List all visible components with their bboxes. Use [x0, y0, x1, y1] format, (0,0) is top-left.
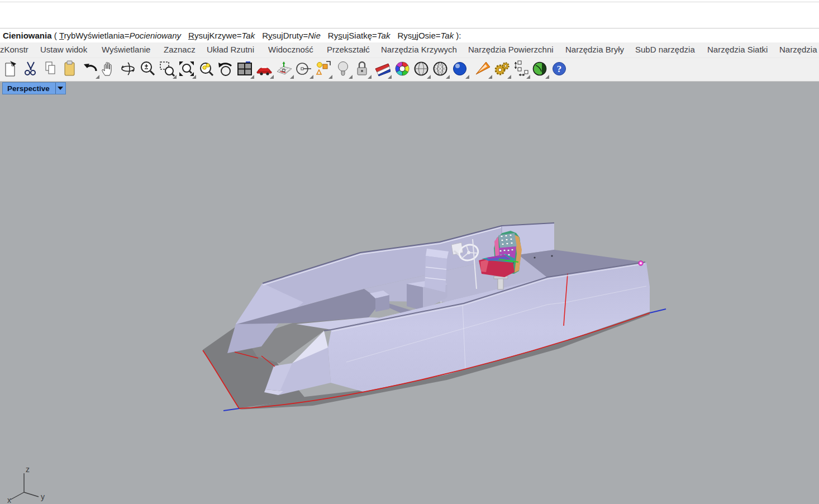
cplane-grid-icon[interactable]	[276, 60, 293, 77]
command-option[interactable]: RysujKrzywe=Tak	[188, 31, 255, 40]
control-point[interactable]	[639, 261, 643, 265]
shaded-sphere-icon[interactable]	[413, 60, 430, 77]
command-prompt-line[interactable]: Cieniowania ( TrybWyświetlania=Pocieniow…	[3, 28, 461, 42]
chevron-down-icon	[58, 87, 63, 90]
menu-item-narzedzia[interactable]: Narzędzia	[779, 45, 817, 54]
menu-item-ustaw-widok[interactable]: Ustaw widok	[40, 45, 87, 54]
layer-wedge-icon[interactable]	[374, 60, 391, 77]
flyout-indicator	[526, 75, 530, 79]
flyout-indicator	[192, 75, 196, 79]
zoom-extents-icon[interactable]	[178, 60, 195, 77]
globe-icon[interactable]	[531, 60, 548, 77]
viewport-canvas[interactable]: x y z	[0, 82, 819, 504]
command-option[interactable]: RysujSiatkę=Tak	[328, 31, 391, 40]
boat-hull-model[interactable]	[203, 223, 666, 411]
new-file-icon[interactable]	[2, 60, 19, 77]
menu-item-widocznosc[interactable]: Widoczność	[268, 45, 313, 54]
zoom-selected-icon[interactable]	[198, 60, 215, 77]
menu-item-narzedzia-powierzchni[interactable]: Narzędzia Powierzchni	[468, 45, 554, 54]
paste-icon[interactable]	[61, 60, 78, 77]
axis-label-z: z	[26, 465, 30, 474]
command-option[interactable]: RysujDruty=Nie	[262, 31, 321, 40]
undo-view-icon[interactable]	[217, 60, 234, 77]
viewport-tab-dropdown[interactable]	[56, 87, 65, 90]
lamp-icon[interactable]	[335, 60, 351, 77]
perspective-viewport[interactable]: x y z Perspective	[0, 82, 819, 504]
menu-item-narzedzia-bryly[interactable]: Narzędzia Bryły	[565, 45, 624, 54]
helm-console[interactable]	[425, 249, 449, 292]
flyout-indicator	[173, 75, 177, 79]
dimensions-icon[interactable]	[512, 60, 529, 77]
command-option[interactable]: RysujOsie=Tak	[397, 31, 454, 40]
flyout-indicator	[446, 75, 450, 79]
viewport-tab-label: Perspective	[3, 84, 55, 93]
menu-item-narzedzia-krzywych[interactable]: Narzędzia Krzywych	[381, 45, 457, 54]
flyout-indicator	[507, 75, 511, 79]
color-wheel-icon[interactable]	[394, 60, 411, 77]
axis-label-x: x	[7, 496, 11, 504]
undo-icon[interactable]	[82, 60, 98, 77]
world-axes-indicator: x y z	[7, 465, 45, 504]
flyout-indicator	[545, 75, 549, 79]
menu-item-przeksztalc[interactable]: Przekształć	[327, 45, 370, 54]
render-sphere-icon[interactable]	[451, 60, 468, 77]
selection-filter-icon[interactable]	[315, 60, 331, 77]
pan-hand-icon[interactable]	[99, 60, 116, 77]
top-divider	[0, 2, 819, 2]
flyout-indicator	[368, 75, 372, 79]
gears-icon[interactable]	[493, 60, 510, 77]
rhino-app-window: Cieniowania ( TrybWyświetlania=Pocieniow…	[0, 0, 819, 504]
zoom-dynamic-icon[interactable]	[139, 60, 156, 77]
menu-item-wyswietlanie[interactable]: Wyświetlanie	[102, 45, 150, 54]
flyout-indicator	[309, 75, 313, 79]
flyout-indicator	[427, 75, 431, 79]
menu-bar: zKonstr Ustaw widok Wyświetlanie Zaznacz…	[0, 42, 819, 58]
axis-label-y: y	[41, 492, 45, 501]
flyout-indicator	[250, 75, 254, 79]
flyout-indicator	[96, 75, 99, 79]
main-toolbar: ?	[0, 58, 819, 82]
rotate-view-icon[interactable]	[120, 60, 136, 77]
lock-icon[interactable]	[354, 60, 370, 77]
menu-item-uklad-rzutni[interactable]: Układ Rzutni	[207, 45, 254, 54]
flyout-indicator	[488, 75, 492, 79]
help-icon[interactable]: ?	[551, 60, 568, 77]
command-name: Cieniowania	[3, 31, 52, 40]
cut-icon[interactable]	[22, 60, 39, 77]
copy-icon[interactable]	[42, 60, 59, 77]
flyout-indicator	[349, 75, 353, 79]
zoom-window-icon[interactable]	[159, 60, 175, 77]
menu-item-zkonstr[interactable]: zKonstr	[0, 45, 28, 54]
menu-item-zaznacz[interactable]: Zaznacz	[164, 45, 196, 54]
viewport-tab-perspective[interactable]: Perspective	[2, 82, 66, 94]
mesh-sphere-icon[interactable]	[432, 60, 449, 77]
flyout-indicator	[290, 75, 294, 79]
menu-item-narzedzia-siatki[interactable]: Narzędzia Siatki	[707, 45, 768, 54]
menu-item-subd-narzedzia[interactable]: SubD narzędzia	[635, 45, 695, 54]
spotlight-cone-icon[interactable]	[474, 60, 491, 77]
car-icon[interactable]	[256, 60, 273, 77]
command-option[interactable]: TrybWyświetlania=Pocieniowany	[59, 31, 181, 40]
command-history-area[interactable]: Cieniowania ( TrybWyświetlania=Pocieniow…	[0, 0, 819, 42]
cplane-origin-icon[interactable]	[296, 60, 312, 77]
four-viewports-icon[interactable]	[236, 60, 253, 77]
flyout-indicator	[328, 75, 332, 79]
flyout-indicator	[388, 75, 392, 79]
svg-text:?: ?	[557, 64, 562, 74]
flyout-indicator	[465, 75, 469, 79]
flyout-indicator	[270, 75, 274, 79]
